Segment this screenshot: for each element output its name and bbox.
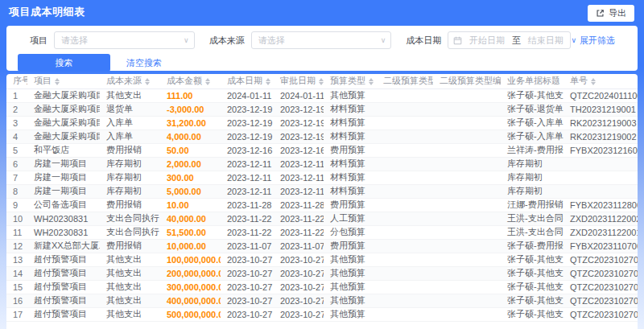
cell	[377, 184, 433, 198]
cell: 其他支出	[100, 88, 160, 102]
button-row: 搜索 清空搜索	[6, 49, 638, 72]
column-header-4[interactable]: 成本日期	[221, 74, 274, 88]
cell: 材料预算	[324, 102, 377, 116]
cell: 14	[6, 266, 27, 280]
cell: 2023-12-11	[274, 171, 324, 184]
cell: 2023-10-27	[274, 294, 324, 307]
cell	[433, 294, 501, 307]
column-header-3[interactable]: 成本金额	[160, 74, 221, 88]
cell: 9	[6, 198, 27, 212]
cell: 房建一期项目	[27, 157, 100, 171]
page-title: 项目成本明细表	[9, 0, 85, 24]
cell	[377, 239, 433, 253]
cell: 2024-01-11	[274, 88, 324, 102]
cell: 2023-12-16	[221, 143, 274, 157]
cell	[564, 157, 638, 171]
amount-cell: 10,000.00	[160, 239, 221, 253]
sort-icon[interactable]	[266, 78, 270, 85]
cell: 入库单	[100, 130, 160, 143]
sort-icon[interactable]	[319, 78, 324, 85]
cell: 2023-10-27	[221, 307, 274, 321]
cell: 16	[6, 294, 27, 307]
amount-cell: 100,000,000.00	[160, 253, 221, 266]
cell: 7	[6, 171, 27, 184]
cell: 2023-12-19	[274, 116, 324, 130]
cell: 其他预算	[324, 294, 377, 307]
cell: 15	[6, 280, 27, 294]
cell: 退货单	[100, 102, 160, 116]
cell	[377, 253, 433, 266]
cell: 2023-11-22	[274, 225, 324, 239]
project-select[interactable]: 请选择 ∨	[54, 31, 195, 49]
column-header-1[interactable]: 项目	[27, 74, 100, 88]
cell	[433, 88, 501, 102]
table-row: 17超付预警项目其他支出500,000,000.002023-10-272023…	[6, 307, 638, 321]
top-bar: 项目成本明细表 导出	[0, 0, 644, 24]
column-header-9[interactable]: 业务单据标题	[501, 74, 564, 88]
cell: 2023-11-28	[221, 198, 274, 212]
date-separator: 至	[512, 35, 521, 47]
cell: 分包预算	[324, 225, 377, 239]
cell	[377, 307, 433, 321]
sort-icon[interactable]	[145, 78, 150, 85]
cell: 王洪-支出合同执行	[501, 212, 564, 225]
sort-icon[interactable]	[205, 78, 210, 85]
cell: ZXD20231122002	[564, 212, 638, 225]
search-button[interactable]: 搜索	[18, 54, 110, 72]
cell: 汪娜-费用报销	[501, 198, 564, 212]
cell: 库存期初	[501, 157, 564, 171]
cell: 超付预警项目	[27, 294, 100, 307]
column-header-6[interactable]: 预算类型	[324, 74, 377, 88]
cell: 6	[6, 157, 27, 171]
column-header-10[interactable]: 单号	[564, 74, 638, 88]
expand-filter-label: 展开筛选	[580, 35, 615, 47]
column-header-8[interactable]: 二级预算类型编码	[433, 74, 501, 88]
sort-icon[interactable]	[55, 78, 60, 85]
cell	[377, 171, 433, 184]
cell: RK20231219003	[564, 116, 638, 130]
expand-filter-link[interactable]: ∨ 展开筛选	[571, 35, 615, 47]
column-header-5[interactable]: 审批日期	[274, 74, 324, 88]
table-row: 10WH20230831支出合同执行40,000.002023-11-22202…	[6, 212, 638, 225]
cell: 2023-11-07	[274, 239, 324, 253]
cell: 新建XX总部大厦工程二期	[27, 239, 100, 253]
cost-date-range-input[interactable]: 开始日期 至 结束日期	[448, 31, 571, 49]
cell: 超付预警项目	[27, 307, 100, 321]
export-button[interactable]: 导出	[588, 5, 634, 22]
cell: 兰祥涛-费用报销	[501, 143, 564, 157]
cell: 2023-11-22	[221, 212, 274, 225]
cell: 材料预算	[324, 116, 377, 130]
cell: 其他预算	[324, 307, 377, 321]
column-header-2[interactable]: 成本来源	[100, 74, 160, 88]
cell: 2023-11-22	[274, 212, 324, 225]
column-label: 成本日期	[227, 76, 262, 85]
filter-card: 项目 请选择 ∨ 成本来源 请选择 ∨ 成本日期 开始日期 至 结束日期	[6, 26, 638, 71]
project-select-placeholder: 请选择	[61, 35, 88, 47]
sort-icon[interactable]	[369, 78, 374, 85]
cell: 张子硕-其他支出	[501, 266, 564, 280]
cell: 费用报销	[100, 198, 160, 212]
cell: 金融大厦采购项目	[27, 116, 100, 130]
cost-source-select[interactable]: 请选择 ∨	[251, 31, 392, 49]
cell: FYBX20231216001	[564, 143, 638, 157]
cell: 3	[6, 116, 27, 130]
clear-search-link[interactable]: 清空搜索	[126, 54, 162, 72]
column-label: 二级预算类型	[383, 76, 433, 85]
cell: 5	[6, 143, 27, 157]
cell: QTZC20231027002	[564, 294, 638, 307]
cell: 2023-10-27	[221, 266, 274, 280]
cell	[377, 198, 433, 212]
amount-cell: 2,000.00	[160, 157, 221, 171]
cell: RK20231219002	[564, 130, 638, 143]
cell: QTZC20231027002	[564, 253, 638, 266]
cell: 张子硕-其他支出	[501, 88, 564, 102]
cell: 2023-12-11	[221, 157, 274, 171]
cell: 11	[6, 225, 27, 239]
table-card: 序号项目成本来源成本金额成本日期审批日期预算类型二级预算类型二级预算类型编码业务…	[6, 74, 638, 329]
sort-icon[interactable]	[591, 78, 596, 85]
cell: 张子硕-其他支出	[501, 294, 564, 307]
column-header-7[interactable]: 二级预算类型	[377, 74, 433, 88]
cell: 库存期初	[100, 184, 160, 198]
table-row: 3金融大厦采购项目入库单31,200.002023-12-192023-12-1…	[6, 116, 638, 130]
amount-cell: 51,500.00	[160, 225, 221, 239]
